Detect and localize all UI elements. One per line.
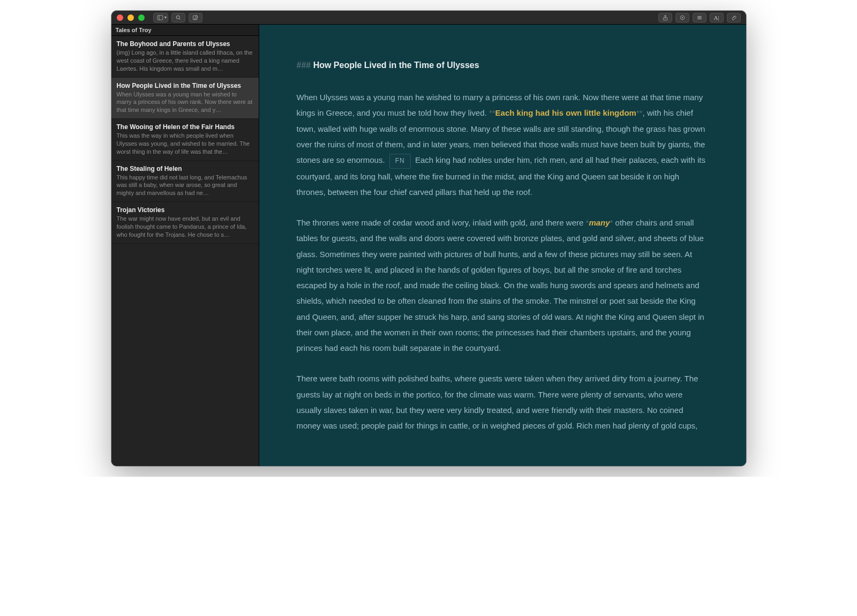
body-text: The thrones were made of cedar wood and … [297,218,586,227]
svg-rect-0 [157,15,163,19]
window-close-button[interactable] [117,14,123,21]
footnote-chip[interactable]: FN [389,154,411,168]
sidebar-group-title: Tales of Troy [111,25,259,36]
sheet-preview: This was the way in which people lived w… [117,132,253,156]
chevron-down-icon: ▾ [164,15,167,20]
strong-text: Each king had his own little kingdom [495,108,636,117]
sheet-list-item[interactable]: The Stealing of Helen This happy time di… [111,161,259,202]
strong-open-marker: ** [489,108,495,117]
sidebar-toggle-icon [157,14,163,21]
navigator-button[interactable] [693,13,706,22]
svg-point-7 [681,17,682,18]
search-button[interactable] [171,13,185,22]
sheet-list-item[interactable]: Trojan Victories The war might now have … [111,202,259,244]
share-button[interactable] [658,13,672,22]
sheet-list[interactable]: The Boyhood and Parents of Ulysses (img)… [111,36,259,244]
toolbar-left: ▾ [153,13,202,22]
quick-export-button[interactable] [675,13,689,22]
preview-icon [679,14,686,21]
traffic-lights [117,14,145,21]
sheet-list-item[interactable]: The Boyhood and Parents of Ulysses (img)… [111,36,259,78]
sheet-list-item[interactable]: How People Lived in the Time of Ulysses … [111,78,259,119]
svg-line-3 [179,18,180,19]
attachments-button[interactable] [727,13,741,22]
strong-close-marker: ** [636,108,643,117]
document-heading: ### How People Lived in the Time of Ulys… [297,57,709,73]
heading-marker: ### [297,61,313,70]
sheet-preview: This happy time did not last long, and T… [117,174,253,198]
attachment-icon [731,14,737,21]
window-zoom-button[interactable] [138,14,145,21]
sheet-preview: The war might now have ended, but an evi… [117,215,253,239]
sheet-title: The Boyhood and Parents of Ulysses [117,40,253,48]
sheet-title: The Wooing of Helen of the Fair Hands [117,123,253,131]
toolbar-right: A| [658,13,741,22]
titlebar: ▾ A| [111,11,746,25]
app-window: ▾ A| [111,11,746,466]
heading-text: How People Lived in the Time of Ulysses [313,61,479,70]
em-text: many [589,218,610,227]
window-minimize-button[interactable] [127,14,134,21]
sidebar: Tales of Troy The Boyhood and Parents of… [111,25,259,466]
paragraph: When Ulysses was a young man he wished t… [297,89,709,200]
compose-icon [192,14,199,21]
body-text: other chairs and small tables for guests… [297,218,704,352]
paragraph: There were bath rooms with polished bath… [297,371,709,433]
sheet-title: The Stealing of Helen [117,165,253,172]
share-icon [662,14,668,21]
list-icon [696,14,703,21]
svg-point-2 [176,16,179,19]
sheet-preview: When Ulysses was a young man he wished t… [117,91,253,115]
text-style-button[interactable]: A| [710,13,724,22]
sheet-title: How People Lived in the Time of Ulysses [117,82,253,89]
sheet-list-item[interactable]: The Wooing of Helen of the Fair Hands Th… [111,119,259,161]
main-split: Tales of Troy The Boyhood and Parents of… [111,25,746,466]
editor[interactable]: ### How People Lived in the Time of Ulys… [259,25,746,466]
paragraph: The thrones were made of cedar wood and … [297,215,709,356]
sidebar-toggle-button[interactable]: ▾ [153,13,168,22]
sheet-title: Trojan Victories [117,206,253,214]
search-icon [175,14,182,21]
compose-button[interactable] [189,13,202,22]
text-style-icon: A| [713,14,719,21]
body-text: There were bath rooms with polished bath… [297,374,698,430]
sheet-preview: (img) Long ago, in a little island calle… [117,49,253,73]
